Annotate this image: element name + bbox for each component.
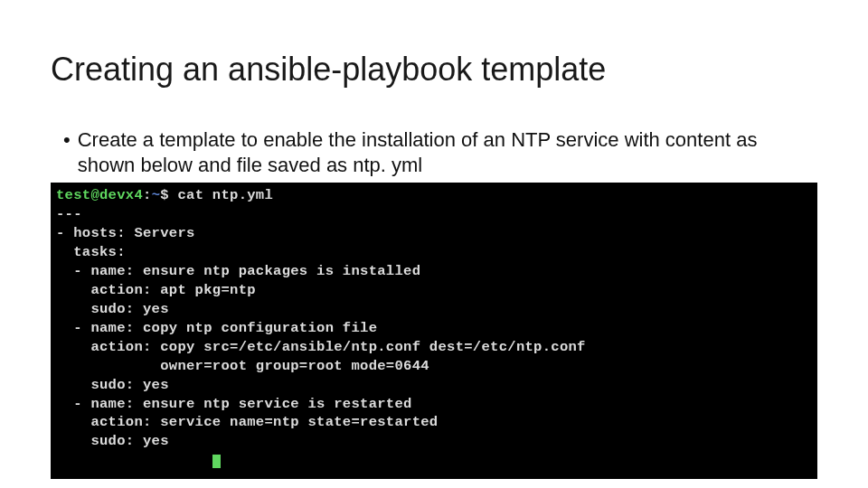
prompt-at: @ bbox=[90, 187, 99, 203]
terminal-line: tasks: bbox=[56, 243, 812, 262]
terminal-line: sudo: yes bbox=[56, 300, 812, 319]
cursor-icon bbox=[212, 455, 221, 468]
terminal-line: - name: ensure ntp service is restarted bbox=[56, 395, 812, 414]
terminal-line: action: copy src=/etc/ansible/ntp.conf d… bbox=[56, 338, 812, 357]
terminal-line: action: service name=ntp state=restarted bbox=[56, 413, 812, 432]
terminal-prompt-line: test@devx4:~$ cat ntp.yml bbox=[56, 186, 812, 205]
bullet-text: Create a template to enable the installa… bbox=[78, 127, 817, 177]
prompt-dollar: $ bbox=[160, 187, 177, 203]
bullet-dot: • bbox=[63, 127, 71, 177]
slide: Creating an ansible-playbook template • … bbox=[0, 0, 868, 479]
prompt-tilde: ~ bbox=[152, 187, 161, 203]
prompt-sep: : bbox=[143, 187, 152, 203]
bullet-item: • Create a template to enable the instal… bbox=[51, 127, 817, 177]
terminal-command: cat ntp.yml bbox=[177, 187, 273, 203]
terminal-line: - hosts: Servers bbox=[56, 224, 812, 243]
terminal-cursor-line bbox=[56, 451, 812, 470]
page-title: Creating an ansible-playbook template bbox=[51, 51, 817, 88]
terminal-line: owner=root group=root mode=0644 bbox=[56, 357, 812, 376]
prompt-user: test bbox=[56, 187, 90, 203]
terminal-line: - name: copy ntp configuration file bbox=[56, 319, 812, 338]
terminal-window: test@devx4:~$ cat ntp.yml---- hosts: Ser… bbox=[51, 183, 817, 479]
terminal-line: - name: ensure ntp packages is installed bbox=[56, 262, 812, 281]
terminal-line: action: apt pkg=ntp bbox=[56, 281, 812, 300]
terminal-line: --- bbox=[56, 205, 812, 224]
terminal-line: sudo: yes bbox=[56, 376, 812, 395]
terminal-line: sudo: yes bbox=[56, 432, 812, 451]
prompt-host: devx4 bbox=[99, 187, 143, 203]
